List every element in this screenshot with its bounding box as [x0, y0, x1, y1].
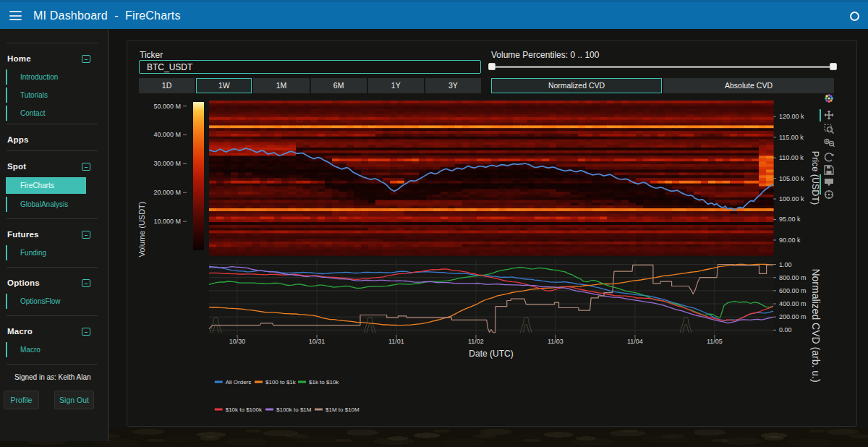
sidebar-section-macro: Macro: [0, 316, 108, 342]
modebar-save-icon[interactable]: [825, 166, 833, 174]
sidebar-section-title: Spot: [7, 162, 26, 171]
svg-text:105.00 k: 105.00 k: [779, 175, 804, 182]
legend-label: $100k to $1M: [276, 406, 312, 413]
collapse-icon[interactable]: [82, 163, 90, 171]
sidebar-item-optionsflow[interactable]: OptionsFlow: [6, 294, 108, 309]
legend-item-100-to-1k[interactable]: $100 to $1k: [255, 379, 297, 386]
colorbar-ticks: 50.000 M40.000 M30.000 M20.000 M10.000 M: [153, 103, 187, 226]
svg-text:50.000 M: 50.000 M: [153, 103, 181, 110]
sidebar-item-firecharts[interactable]: FireCharts: [6, 177, 86, 194]
sidebar-item-tutorials[interactable]: Tutorials: [6, 88, 108, 103]
svg-text:800.00 m: 800.00 m: [779, 274, 807, 281]
svg-text:115.00 k: 115.00 k: [779, 134, 804, 141]
sidebar-section-futures: Futures: [0, 219, 108, 245]
sidebar-section-items: Macro: [6, 342, 108, 357]
sidebar-item-funding[interactable]: Funding: [6, 245, 108, 260]
svg-text:10.000 M: 10.000 M: [153, 218, 181, 225]
signed-in-text: Signed in as: Keith Alan: [0, 365, 108, 388]
svg-text:600.00 m: 600.00 m: [779, 287, 807, 294]
sidebar-section-title: Macro: [7, 327, 33, 336]
sidebar: HomeIntroductionTutorialsContactAppsSpot…: [0, 29, 109, 441]
svg-text:40.000 M: 40.000 M: [153, 131, 181, 138]
legend-label: $1k to $10k: [309, 379, 339, 386]
legend-item-1k-to-10k[interactable]: $1k to $10k: [298, 379, 339, 386]
svg-text:1.00: 1.00: [779, 261, 792, 268]
svg-text:0.00: 0.00: [779, 326, 792, 333]
sidebar-item-contact[interactable]: Contact: [6, 106, 108, 121]
svg-text:10/31: 10/31: [309, 338, 326, 345]
modebar-zoom-box-icon[interactable]: [825, 124, 834, 134]
firecharts-panel: Ticker Volume Percentiles: 0 .. 100 1D1W…: [127, 40, 857, 427]
svg-text:11/02: 11/02: [468, 338, 484, 345]
cvd-axis-title: Normalized CVD (arb. u.): [810, 268, 822, 382]
svg-text:400.00 m: 400.00 m: [779, 300, 807, 307]
svg-text:90.00 k: 90.00 k: [779, 237, 801, 244]
sidebar-item-globalanalysis[interactable]: GlobalAnalysis: [6, 197, 108, 212]
legend-label: All Orders: [226, 379, 252, 386]
legend-label: $100 to $1k: [265, 379, 297, 386]
hamburger-menu-icon[interactable]: [9, 11, 22, 20]
heatmap-plot-area[interactable]: [209, 101, 773, 255]
cvd-plot-area[interactable]: [209, 259, 773, 335]
sidebar-section-items: IntroductionTutorialsContact: [6, 69, 108, 121]
modebar-reset-axes-icon[interactable]: [825, 153, 833, 161]
plotly-modebar: [819, 93, 836, 240]
svg-text:110.00 k: 110.00 k: [779, 154, 804, 161]
volume-colorbar: [193, 102, 204, 250]
sidebar-section-title: Apps: [7, 135, 29, 144]
modebar-hover-icon[interactable]: [825, 179, 833, 187]
sidebar-section-items: FireChartsGlobalAnalysis: [6, 177, 108, 212]
sidebar-sections: HomeIntroductionTutorialsContactAppsSpot…: [0, 43, 108, 365]
loading-spinner-icon: [850, 12, 859, 21]
sidebar-section-title: Options: [7, 278, 40, 287]
sidebar-section-items: Funding: [6, 245, 108, 260]
sidebar-section-options: Options: [0, 268, 108, 294]
modebar-plotly-logo-icon[interactable]: [825, 94, 833, 103]
x-axis: 10/3010/3111/0111/0211/0311/0411/05: [229, 335, 723, 345]
svg-text:11/05: 11/05: [707, 338, 723, 345]
price-axis: 120.00 k115.00 k110.00 k105.00 k100.00 k…: [773, 113, 804, 244]
legend-label: $1M to $10M: [326, 406, 359, 413]
sign-out-button[interactable]: Sign Out: [54, 391, 94, 409]
svg-text:10/30: 10/30: [229, 338, 246, 345]
legend-item-10k-to-100k[interactable]: $10k to $100k: [215, 406, 263, 413]
sidebar-section-items: OptionsFlow: [6, 294, 108, 309]
x-axis-title: Date (UTC): [469, 349, 513, 359]
svg-text:11/01: 11/01: [388, 338, 404, 345]
colorbar-title: Volume (USDT): [137, 201, 146, 257]
cvd-axis: 1.00800.00 m600.00 m400.00 m200.00 m0.00: [773, 261, 807, 334]
svg-text:95.00 k: 95.00 k: [779, 216, 801, 223]
sidebar-section-title: Futures: [7, 230, 39, 239]
svg-text:11/03: 11/03: [548, 338, 563, 345]
app-title: MI Dashboard - FireCharts: [33, 9, 181, 22]
modebar-pan-icon[interactable]: [825, 111, 834, 120]
sidebar-item-macro[interactable]: Macro: [6, 342, 108, 357]
background-texture: [0, 428, 868, 447]
collapse-icon[interactable]: [82, 279, 90, 287]
sidebar-section-apps: Apps: [0, 124, 108, 150]
sidebar-section-spot: Spot: [0, 151, 108, 177]
legend-item-all-orders[interactable]: All Orders: [215, 379, 252, 386]
legend-item-100k-to-1m[interactable]: $100k to $1M: [265, 406, 312, 413]
sidebar-section-title: Home: [7, 54, 31, 63]
collapse-icon[interactable]: [82, 328, 90, 336]
svg-text:20.000 M: 20.000 M: [153, 189, 181, 196]
collapse-icon[interactable]: [82, 231, 90, 239]
svg-text:200.00 m: 200.00 m: [779, 313, 807, 320]
profile-button[interactable]: Profile: [4, 391, 39, 409]
collapse-icon[interactable]: [82, 55, 90, 63]
modebar-icons: [819, 93, 836, 237]
firecharts-figure: 50.000 M40.000 M30.000 M20.000 M10.000 M…: [127, 41, 858, 427]
svg-text:30.000 M: 30.000 M: [153, 160, 181, 167]
top-navbar: MI Dashboard - FireCharts: [0, 0, 868, 29]
legend-label: $10k to $100k: [226, 406, 263, 413]
sidebar-section-home: Home: [0, 43, 108, 69]
legend-item-1m-to-10m[interactable]: $1M to $10M: [315, 406, 359, 413]
svg-text:100.00 k: 100.00 k: [779, 195, 804, 203]
modebar-zoom-in-out-icon[interactable]: [825, 140, 835, 147]
svg-text:11/04: 11/04: [627, 338, 643, 345]
svg-text:120.00 k: 120.00 k: [779, 113, 804, 120]
modebar-spikelines-icon[interactable]: [825, 191, 833, 199]
sidebar-item-introduction[interactable]: Introduction: [6, 69, 108, 85]
